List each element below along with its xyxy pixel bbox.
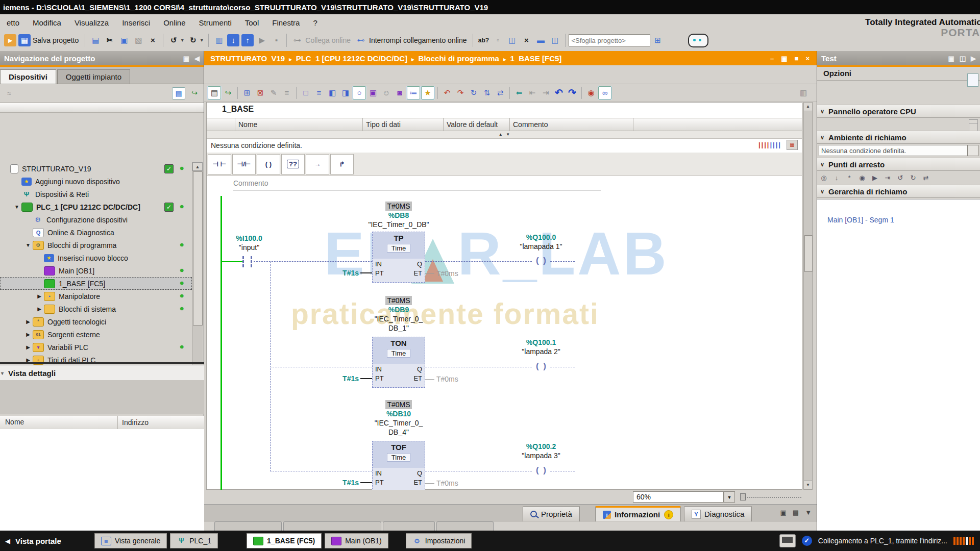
call-hierarchy-link[interactable]: Main [OB1] - Segm 1 — [827, 216, 894, 224]
partial-tab[interactable] — [214, 521, 282, 531]
restore-icon[interactable]: ▣ — [781, 55, 787, 62]
expander-icon[interactable]: ▼ — [23, 242, 33, 248]
undo-dropdown-icon[interactable]: ▾ — [180, 34, 185, 46]
tree-item-project-root[interactable]: STRUTTURATO_V19 ✓ ● — [0, 162, 192, 175]
collapse-networks-icon[interactable]: ◨ — [339, 87, 352, 99]
fav-open-branch-icon[interactable]: → — [306, 154, 329, 174]
tree-item-device-config[interactable]: ⚙ Configurazione dispositivi — [0, 213, 192, 226]
tree-item-devices-networks[interactable]: Ψ Dispositivi & Reti — [0, 188, 192, 201]
scroll-up-icon[interactable]: ▲ — [192, 162, 203, 171]
timer-header-labels[interactable]: T#0MS %DB10 "IEC_Timer_0_ DB_4" — [348, 400, 450, 437]
column-valore-default[interactable]: Valore di default — [444, 118, 510, 131]
download-to-device-icon[interactable]: ↓ — [227, 34, 239, 46]
partial-tab[interactable] — [283, 521, 381, 531]
paste-icon[interactable]: ▧ — [132, 34, 144, 46]
next-error-icon[interactable]: ↷ — [454, 87, 467, 99]
timer-block-ton[interactable]: TON Time INQ PTET — [372, 337, 425, 388]
menu-item[interactable]: Finestra — [265, 18, 306, 27]
pt-value[interactable]: T#1s — [323, 374, 359, 383]
delete-icon[interactable]: × — [146, 34, 159, 46]
enable-breakpoint-icon[interactable]: ◉ — [856, 173, 868, 183]
add-row-icon[interactable]: ≡ — [281, 87, 293, 99]
tab-diagnostica[interactable]: Y Diagnostica — [684, 506, 752, 521]
tree-item-tech-objects[interactable]: ▶ * Oggetti tecnologici — [0, 315, 192, 328]
go-online-button[interactable]: Collega online — [305, 36, 351, 44]
timer-block-tp[interactable]: TP Time INQ PTET — [372, 232, 425, 283]
separator[interactable] — [509, 87, 510, 99]
timer-header-labels[interactable]: T#0MS %DB8 "IEC_Timer_0_DB" — [348, 202, 450, 229]
undo-icon[interactable]: ↺ — [167, 34, 180, 46]
timer-block-tof[interactable]: TOF Time INQ PTET — [372, 441, 425, 490]
show-window-icon[interactable]: ▫ — [492, 34, 504, 46]
column-commento[interactable]: Commento — [510, 118, 633, 131]
column-nome[interactable]: Nome — [235, 118, 363, 131]
portal-back-icon[interactable]: ◀ — [5, 537, 10, 545]
scroll-down-icon[interactable]: ▼ — [804, 481, 812, 489]
step-fwd-icon[interactable]: ⇥ — [540, 87, 552, 99]
panel-collapse-icon[interactable]: ◀ — [194, 55, 200, 62]
crumb-blocks[interactable]: Blocchi di programma▸ — [419, 54, 510, 63]
coil-icon[interactable]: ( ) — [532, 361, 551, 371]
contact-operand[interactable]: %I100.0 "input" — [207, 234, 300, 252]
insert-box-icon[interactable]: □ — [300, 87, 312, 99]
separator[interactable] — [237, 87, 238, 99]
coil-operand[interactable]: %Q100.0 "lamapada 1" — [490, 233, 592, 251]
save-project-icon[interactable]: ▦ — [18, 34, 31, 46]
compile-icon[interactable]: ▥ — [213, 34, 225, 46]
zoom-dropdown-icon[interactable]: ▼ — [724, 491, 735, 503]
consistency-check-icon[interactable]: ⇅ — [481, 87, 493, 99]
pt-value[interactable]: T#1s — [323, 269, 359, 277]
start-cpu-icon[interactable]: ▶ — [256, 34, 268, 46]
cpu-panel-mini-icon[interactable] — [969, 123, 978, 131]
favorites-toggle-icon[interactable]: ★ — [421, 86, 434, 99]
zoom-level-select[interactable]: 60% — [633, 491, 724, 503]
taskbar-impostazioni[interactable]: ⚙ Impostazioni — [406, 533, 472, 548]
panel-detach-icon[interactable]: ▣ — [183, 55, 189, 62]
section-punti-di-arresto[interactable]: ∨ Punti di arresto — [817, 158, 980, 171]
timer-header-labels[interactable]: T#0MS %DB9 "IEC_Timer_0_ DB_1" — [348, 296, 450, 333]
zoom-slider-handle[interactable] — [740, 493, 746, 500]
menu-item[interactable]: Inserisci — [115, 18, 157, 27]
go-offline-icon[interactable]: ⊷ — [355, 34, 367, 46]
data-flow-icon[interactable]: ▥ — [797, 87, 810, 99]
redo-icon[interactable]: ↻ — [187, 34, 199, 46]
menu-item[interactable]: etto — [0, 18, 26, 27]
expander-icon[interactable]: ▶ — [23, 319, 33, 324]
menu-item[interactable]: Tool — [238, 18, 266, 27]
section-ambiente-di-richiamo[interactable]: ∨ Ambiente di richiamo — [817, 131, 980, 144]
download-breakpoints-icon[interactable]: ↓ — [831, 173, 842, 183]
project-library-icon[interactable]: ⊞ — [651, 34, 664, 46]
partial-tab[interactable] — [383, 521, 435, 531]
panel-collapse-icon[interactable]: ▶ — [971, 55, 976, 62]
toggle-breakpoint-icon[interactable]: ◎ — [818, 173, 829, 183]
step-to-cursor-icon[interactable]: ⇥ — [882, 173, 893, 183]
vertical-split-icon[interactable]: ◫ — [549, 34, 561, 46]
fav-contact-nc-icon[interactable]: ⊣/⊢ — [232, 154, 256, 174]
symbol-table-icon[interactable]: ▣ — [367, 87, 379, 99]
filter-icon[interactable]: ≈ — [3, 88, 15, 99]
stop-cpu-icon[interactable]: ▪ — [270, 34, 282, 46]
horizontal-split-icon[interactable]: ▬ — [534, 34, 547, 46]
inspector-detach-icon[interactable]: ▣ — [780, 509, 787, 516]
call-environment-button[interactable] — [967, 145, 978, 156]
tab-informazioni[interactable]: i Informazioni i — [595, 506, 681, 521]
list-view-icon[interactable]: ▤ — [208, 86, 221, 99]
details-collapse-icon[interactable]: ▾ — [0, 370, 8, 376]
menu-item[interactable]: Strumenti — [192, 18, 238, 27]
connection-status-icon[interactable]: ◉ — [585, 87, 597, 99]
minimize-icon[interactable]: – — [770, 55, 774, 62]
go-online-icon[interactable]: ⊶ — [291, 34, 303, 46]
maximize-icon[interactable]: ■ — [795, 55, 799, 62]
scroll-up-icon[interactable]: ▲ — [804, 103, 812, 111]
open-split-icon[interactable]: ↪ — [222, 87, 234, 99]
contact-bar-icon[interactable] — [251, 256, 252, 267]
tree-item-1base-fc5[interactable]: 1_BASE [FC5] ● — [0, 277, 192, 290]
tree-item-plc-tags[interactable]: ▶ ▾ Variabili PLC ● — [0, 341, 192, 354]
separator[interactable] — [581, 87, 582, 99]
tree-item-online-diagnostics[interactable]: Q Online & Diagnostica — [0, 226, 192, 239]
redo-dropdown-icon[interactable]: ▾ — [199, 34, 204, 46]
fav-contact-no-icon[interactable]: ⊣ ⊢ — [208, 154, 231, 174]
resume-icon[interactable]: ↺ — [895, 173, 906, 183]
crumb-plc[interactable]: PLC_1 [CPU 1212C DC/DC/DC]▸ — [296, 54, 419, 63]
section-gerarchia-di-richiamo[interactable]: ∨ Gerarchia di richiamo — [817, 185, 980, 198]
